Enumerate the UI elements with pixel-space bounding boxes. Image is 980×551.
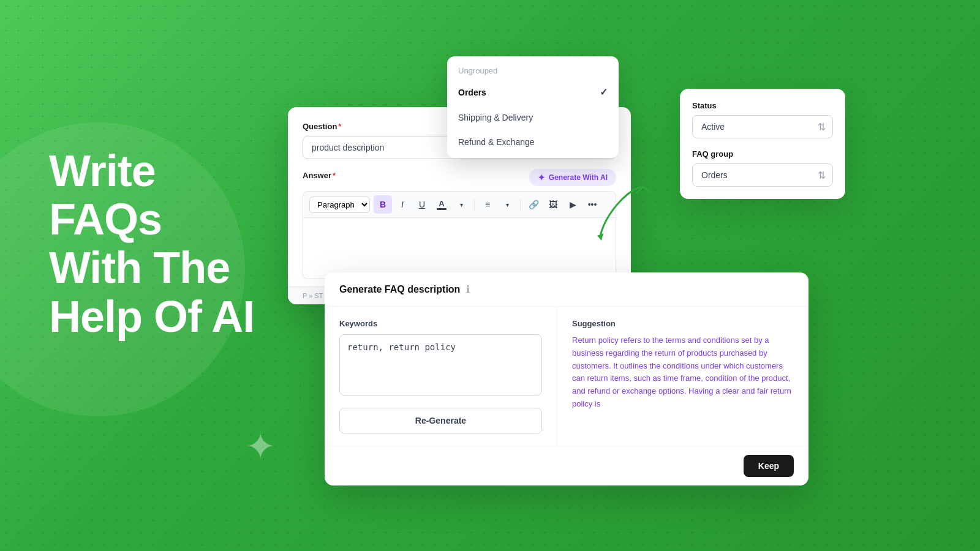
align-chevron-icon[interactable]: ▾ bbox=[498, 195, 516, 214]
faq-group-field: FAQ group Ungrouped Orders Shipping & De… bbox=[692, 149, 833, 187]
check-icon: ✓ bbox=[600, 86, 608, 98]
bold-button[interactable]: B bbox=[374, 195, 392, 214]
modal-header: Generate FAQ description ℹ bbox=[325, 272, 809, 307]
status-label: Status bbox=[692, 101, 833, 110]
sparkle-icon: ✦ bbox=[245, 429, 276, 465]
regenerate-button[interactable]: Re-Generate bbox=[339, 408, 542, 433]
right-panel: Status Active Inactive ⇅ FAQ group Ungro… bbox=[680, 89, 845, 199]
modal-body: Keywords return, return policy Re-Genera… bbox=[325, 307, 809, 446]
status-select-wrapper: Active Inactive ⇅ bbox=[692, 115, 833, 138]
link-button[interactable]: 🔗 bbox=[524, 195, 543, 214]
faq-group-select[interactable]: Ungrouped Orders Shipping & Delivery Ref… bbox=[692, 163, 833, 187]
more-options-button[interactable]: ••• bbox=[583, 195, 601, 214]
status-select[interactable]: Active Inactive bbox=[692, 115, 833, 138]
text-color-button[interactable]: A bbox=[432, 195, 451, 214]
generate-faq-modal: Generate FAQ description ℹ Keywords retu… bbox=[325, 272, 809, 485]
modal-keywords-section: Keywords return, return policy Re-Genera… bbox=[325, 307, 557, 446]
modal-suggestion-section: Suggestion Return policy refers to the t… bbox=[557, 307, 809, 446]
suggestion-label: Suggestion bbox=[572, 319, 794, 328]
faq-group-dropdown: Ungrouped Orders ✓ Shipping & Delivery R… bbox=[447, 56, 619, 158]
editor-toolbar: Paragraph B I U A ▾ ≡ ▾ 🔗 🖼 ▶ ••• bbox=[303, 191, 616, 218]
paragraph-select[interactable]: Paragraph bbox=[309, 197, 370, 213]
underline-button[interactable]: U bbox=[413, 195, 431, 214]
hero-section: Write FAQs With The Help Of AI bbox=[49, 147, 254, 341]
keywords-textarea[interactable]: return, return policy bbox=[339, 334, 542, 395]
keep-button[interactable]: Keep bbox=[744, 455, 794, 477]
italic-button[interactable]: I bbox=[393, 195, 412, 214]
align-button[interactable]: ≡ bbox=[478, 195, 497, 214]
info-icon[interactable]: ℹ bbox=[466, 283, 470, 295]
keywords-label: Keywords bbox=[339, 319, 542, 328]
answer-editor-area[interactable] bbox=[303, 218, 616, 279]
faq-group-select-wrapper: Ungrouped Orders Shipping & Delivery Ref… bbox=[692, 163, 833, 187]
dropdown-item-orders[interactable]: Orders ✓ bbox=[447, 79, 619, 105]
hero-title: Write FAQs With The Help Of AI bbox=[49, 147, 254, 341]
suggestion-text: Return policy refers to the terms and co… bbox=[572, 334, 794, 411]
modal-footer: Keep bbox=[325, 446, 809, 485]
dropdown-ungrouped: Ungrouped bbox=[447, 60, 619, 79]
faq-group-label: FAQ group bbox=[692, 149, 833, 159]
modal-title: Generate FAQ description bbox=[339, 284, 460, 295]
chevron-down-icon[interactable]: ▾ bbox=[452, 195, 470, 214]
generate-ai-button[interactable]: ✦ Generate With AI bbox=[529, 169, 616, 186]
toolbar-divider bbox=[474, 198, 475, 211]
answer-label: Answer* bbox=[303, 171, 336, 180]
status-field: Status Active Inactive ⇅ bbox=[692, 101, 833, 138]
image-button[interactable]: 🖼 bbox=[544, 195, 562, 214]
ai-sparkle-icon: ✦ bbox=[538, 173, 545, 182]
media-button[interactable]: ▶ bbox=[564, 195, 582, 214]
dropdown-item-refund[interactable]: Refund & Exchange bbox=[447, 130, 619, 154]
dropdown-item-shipping[interactable]: Shipping & Delivery bbox=[447, 105, 619, 130]
toolbar-divider-2 bbox=[520, 198, 521, 211]
